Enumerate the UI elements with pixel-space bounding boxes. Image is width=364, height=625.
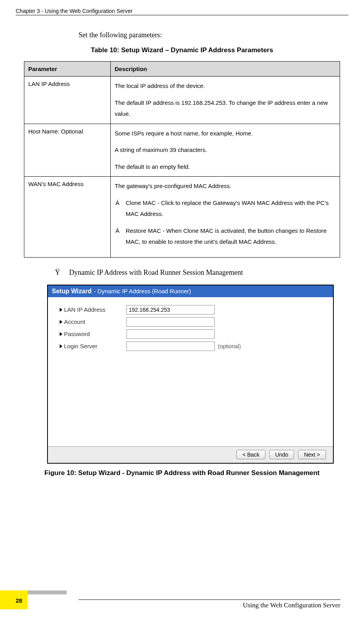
page-header: Chapter 3 - Using the Web Configuration … (16, 8, 348, 15)
table-row: WAN's MAC Address The gateway's pre-conf… (24, 177, 340, 258)
wizard-subtitle: - Dynamic IP Address (Road Runner) (94, 288, 191, 294)
next-button[interactable]: Next > (298, 450, 326, 459)
parameters-table: Parameter Description LAN IP Address The… (24, 61, 340, 258)
bullet-icon: Ÿ (55, 269, 69, 277)
param-name: WAN's MAC Address (24, 177, 111, 258)
table-row: LAN IP Address The local IP address of t… (24, 77, 340, 124)
col-parameter: Parameter (24, 62, 111, 77)
password-label: Password (64, 331, 90, 337)
undo-button[interactable]: Undo (269, 450, 294, 459)
wizard-title: Setup Wizard (52, 288, 91, 295)
back-button[interactable]: < Back (236, 450, 265, 459)
chapter-label: Chapter 3 - Using the Web Configuration … (16, 8, 133, 14)
wizard-body: LAN IP Address Account Password Login Se… (48, 297, 333, 446)
col-description: Description (111, 62, 340, 77)
list-bullet: Á (115, 197, 126, 220)
password-input[interactable] (126, 329, 215, 339)
desc-text: Some ISPs require a host name, for examp… (115, 128, 336, 139)
account-label: Account (64, 318, 85, 325)
lan-ip-input[interactable] (126, 305, 215, 314)
login-server-input[interactable] (126, 342, 215, 351)
triangle-icon (60, 308, 62, 312)
footer-color-block (0, 590, 27, 609)
account-input[interactable] (126, 317, 215, 327)
intro-text: Set the following parameters: (79, 31, 364, 39)
table-caption: Table 10: Setup Wizard – Dynamic IP Addr… (0, 46, 364, 54)
desc-text: Restore MAC - When Clone MAC is activate… (126, 225, 336, 248)
list-item: Ÿ Dynamic IP Address with Road Runner Se… (55, 269, 364, 277)
list-item-text: Dynamic IP Address with Road Runner Sess… (69, 269, 243, 277)
lan-ip-label: LAN IP Address (64, 306, 106, 313)
param-name: LAN IP Address (24, 77, 111, 124)
triangle-icon (60, 344, 62, 348)
page-footer: Using the Web Configuration Server 28 (0, 599, 364, 609)
page-number: 28 (16, 597, 22, 604)
desc-text: A string of maximum 39 characters. (115, 144, 336, 156)
param-name: Host Name: Optional (24, 124, 111, 177)
desc-text: Clone MAC - Click to replace the Gateway… (126, 197, 336, 220)
setup-wizard-screenshot: Setup Wizard - Dynamic IP Address (Road … (47, 285, 334, 464)
triangle-icon (60, 332, 62, 336)
desc-text: The default is an empty field. (115, 161, 336, 173)
desc-text: The default IP address is 192.168.254.25… (115, 97, 336, 120)
table-row: Host Name: Optional Some ISPs require a … (24, 124, 340, 177)
triangle-icon (60, 320, 62, 324)
figure-caption: Figure 10: Setup Wizard - Dynamic IP Add… (16, 469, 348, 477)
list-bullet: Á (115, 225, 126, 248)
optional-hint: (optional) (218, 343, 241, 349)
desc-text: The gateway's pre-configured MAC Address… (115, 181, 336, 192)
wizard-footer: < Back Undo Next > (48, 446, 333, 463)
login-server-label: Login Server (64, 343, 97, 349)
desc-text: The local IP address of the device. (115, 80, 336, 92)
wizard-titlebar: Setup Wizard - Dynamic IP Address (Road … (48, 285, 333, 297)
